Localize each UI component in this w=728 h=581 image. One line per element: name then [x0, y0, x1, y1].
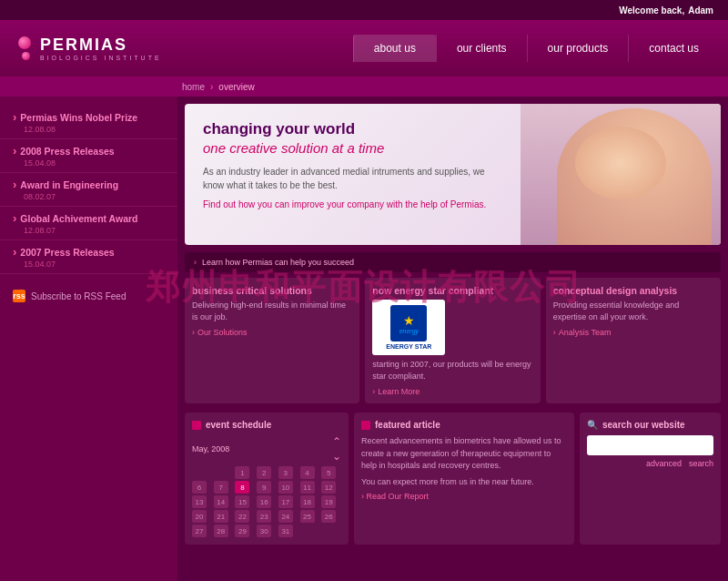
sidebar-item-1[interactable]: 2008 Press Releases 15.04.08	[0, 139, 177, 173]
card-link-0[interactable]: Our Solutions	[192, 328, 352, 337]
card-link-2[interactable]: Analysis Team	[553, 328, 713, 337]
hero-link[interactable]: Find out how you can improve your compan…	[203, 199, 502, 209]
welcome-text: Welcome back,	[619, 5, 684, 15]
cal-day-19[interactable]: 19	[321, 495, 336, 508]
search-input[interactable]	[587, 435, 713, 455]
sidebar-title-4: 2007 Press Releases	[13, 245, 165, 259]
cal-day-9[interactable]: 9	[257, 481, 271, 494]
card-link-1[interactable]: Learn More	[372, 387, 532, 396]
cal-day-31[interactable]: 31	[278, 525, 293, 537]
brand-name: PERMIAS	[40, 36, 162, 55]
article-card: featured article Recent advancements in …	[354, 413, 574, 545]
event-card: event schedule May, 2008 ⌃ ⌄ 12345678910…	[185, 413, 349, 545]
sidebar-date-0: 12.08.08	[13, 125, 165, 134]
promo-strip[interactable]: Learn how Permias can help you succeed	[185, 252, 721, 272]
sidebar-title-3: Global Achivement Award	[13, 211, 165, 225]
article-link[interactable]: Read Our Report	[361, 492, 567, 501]
card-title-1: now energy star compliant	[372, 285, 532, 296]
hero-tagline2: one creative solution at a time	[203, 140, 502, 156]
promo-text: Learn how Permias can help you succeed	[202, 258, 354, 267]
cal-up[interactable]: ⌃	[332, 435, 341, 448]
hero: changing your world one creative solutio…	[185, 104, 721, 245]
sidebar-item-0[interactable]: Permias Wins Nobel Prize 12.08.08	[0, 106, 177, 139]
cal-day-14[interactable]: 14	[214, 495, 228, 508]
sidebar-date-4: 15.04.07	[13, 260, 165, 269]
cal-day-29[interactable]: 29	[235, 525, 249, 537]
hero-person	[557, 108, 712, 245]
advanced-link[interactable]: advanced	[646, 459, 682, 468]
logo-text: PERMIAS BIOLOGICS INSTITUTE	[40, 36, 162, 61]
cal-day-26[interactable]: 26	[321, 510, 336, 523]
cal-month: May, 2008	[192, 444, 229, 454]
cal-day-7[interactable]: 7	[214, 481, 228, 494]
card-title-0: business critical solutions	[192, 285, 352, 296]
cards: business critical solutions Delivering h…	[185, 278, 721, 403]
cal-day-25[interactable]: 25	[300, 510, 315, 523]
cal-day-22[interactable]: 22	[235, 510, 249, 523]
cal-day-16[interactable]: 16	[257, 495, 271, 508]
article-text2: You can expect more from us in the near …	[361, 476, 567, 489]
article-text1: Recent advancements in biometrics have a…	[361, 435, 567, 473]
cal-day-6[interactable]: 6	[192, 481, 207, 494]
cal-day-17[interactable]: 17	[278, 495, 293, 508]
logo-area: PERMIAS BIOLOGICS INSTITUTE	[0, 36, 182, 61]
card-desc-2: Providing essential knowledge and expert…	[553, 300, 713, 322]
nav-main: about us our clients our products contac…	[182, 35, 728, 62]
sidebar-item-4[interactable]: 2007 Press Releases 15.04.07	[0, 240, 177, 274]
hero-desc: As an industry leader in advanced medial…	[203, 165, 502, 192]
sidebar-item-3[interactable]: Global Achivement Award 12.08.07	[0, 207, 177, 240]
cal-day-24[interactable]: 24	[278, 510, 293, 523]
sidebar-title-2: Award in Engineering	[13, 178, 165, 191]
sidebar-item-2[interactable]: Award in Engineering 08.02.07	[0, 173, 177, 207]
content: Permias Wins Nobel Prize 12.08.08 2008 P…	[0, 97, 728, 581]
cal-day-30[interactable]: 30	[257, 525, 271, 537]
cal-day-28[interactable]: 28	[214, 525, 228, 537]
cal-day-12[interactable]: 12	[321, 481, 336, 494]
cal-day-3[interactable]: 3	[278, 466, 293, 479]
nav-contact[interactable]: contact us	[628, 35, 719, 62]
user-name: Adam	[688, 5, 713, 15]
search-icon: 🔍	[587, 420, 598, 430]
card-0: business critical solutions Delivering h…	[185, 278, 359, 403]
cal-day-5[interactable]: 5	[321, 466, 336, 479]
search-links: advanced search	[587, 459, 713, 468]
cal-day-23[interactable]: 23	[257, 510, 271, 523]
card-desc-1: starting in 2007, our products will be e…	[372, 359, 532, 382]
card-2: conceptual design analysis Providing ess…	[546, 278, 721, 403]
top-bar: Welcome back, Adam	[0, 0, 728, 20]
cal-day-2[interactable]: 2	[257, 466, 271, 479]
cal-day-4[interactable]: 4	[300, 466, 315, 479]
energy-star: ★ energy	[390, 305, 427, 341]
cal-day-1[interactable]: 1	[235, 466, 249, 479]
nav-about[interactable]: about us	[353, 35, 436, 62]
energy-label: ENERGY STAR	[386, 343, 431, 350]
card-desc-0: Delivering high-end results in minimal t…	[192, 300, 352, 322]
search-title: 🔍 search our website	[587, 420, 713, 430]
cal-day-8[interactable]: 8	[235, 481, 249, 494]
cal-day-10[interactable]: 10	[278, 481, 293, 494]
cal-day-11[interactable]: 11	[300, 481, 315, 494]
cal-day-13[interactable]: 13	[192, 495, 207, 508]
breadcrumb-home[interactable]: home	[182, 82, 205, 92]
brand-sub: BIOLOGICS INSTITUTE	[40, 55, 162, 61]
cal-day-21[interactable]: 21	[214, 510, 228, 523]
cal-down[interactable]: ⌄	[332, 450, 341, 463]
star-symbol: ★	[403, 313, 415, 328]
cal-day-18[interactable]: 18	[300, 495, 315, 508]
card-title-2: conceptual design analysis	[553, 285, 713, 296]
nav-clients[interactable]: our clients	[436, 35, 527, 62]
breadcrumb-current: overview	[218, 82, 254, 92]
sidebar-date-1: 15.04.08	[13, 158, 165, 168]
sidebar: Permias Wins Nobel Prize 12.08.08 2008 P…	[0, 97, 177, 581]
search-button[interactable]: search	[689, 459, 713, 468]
cal-day-27[interactable]: 27	[192, 525, 207, 537]
cal-day-15[interactable]: 15	[235, 495, 249, 508]
rss-bar[interactable]: rss Subscribe to RSS Feed	[0, 283, 177, 309]
bottom-row: event schedule May, 2008 ⌃ ⌄ 12345678910…	[185, 413, 721, 545]
star-text: energy	[399, 328, 419, 334]
nav-products[interactable]: our products	[527, 35, 629, 62]
logo-icon	[18, 36, 31, 60]
cal-day-20[interactable]: 20	[192, 510, 207, 523]
event-title: event schedule	[192, 420, 341, 430]
rss-icon: rss	[13, 290, 25, 302]
